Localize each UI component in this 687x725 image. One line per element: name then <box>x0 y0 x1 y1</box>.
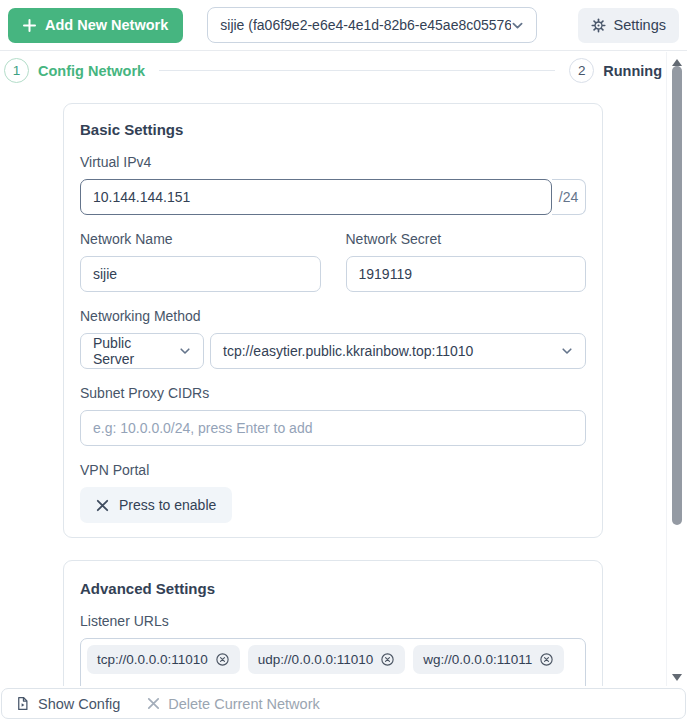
virtual-ipv4-label: Virtual IPv4 <box>80 154 586 170</box>
vpn-portal-button-label: Press to enable <box>119 497 216 513</box>
step-running[interactable]: 2 Running <box>569 58 662 83</box>
network-secret-input[interactable] <box>346 256 587 292</box>
virtual-ipv4-group: /24 <box>80 179 586 215</box>
basic-settings-title: Basic Settings <box>80 121 586 138</box>
listener-urls-label: Listener URLs <box>80 613 586 629</box>
step-config-network[interactable]: 1 Config Network <box>4 58 145 83</box>
wizard-steps: 1 Config Network 2 Running <box>0 51 666 90</box>
public-server-url-select[interactable]: tcp://easytier.public.kkrainbow.top:1101… <box>210 333 586 369</box>
step-number: 2 <box>569 58 594 83</box>
network-name-field: Network Name <box>80 215 321 292</box>
network-name-input[interactable] <box>80 256 321 292</box>
listener-url-chip-label: tcp://0.0.0.0:11010 <box>97 652 208 667</box>
listener-url-chip-label: udp://0.0.0.0:11010 <box>258 652 373 667</box>
basic-settings-card: Basic Settings Virtual IPv4 /24 Network … <box>63 103 603 538</box>
step-connector-line <box>159 70 555 71</box>
plus-icon <box>23 19 36 32</box>
delete-current-network-button[interactable]: Delete Current Network <box>147 696 320 712</box>
delete-current-network-label: Delete Current Network <box>168 696 320 712</box>
x-icon <box>147 697 160 710</box>
step-label: Config Network <box>38 63 145 79</box>
subnet-proxy-input[interactable] <box>80 410 586 446</box>
top-toolbar: Add New Network sijie (fa06f9e2-e6e4-4e1… <box>0 0 687 51</box>
scroll-up-arrow-icon[interactable] <box>672 59 682 66</box>
chevron-down-icon <box>561 345 573 357</box>
networking-method-value: Public Server <box>93 335 171 367</box>
footer-toolbar: Show Config Delete Current Network <box>1 688 686 719</box>
remove-chip-icon[interactable] <box>215 652 230 667</box>
footer-area: Show Config Delete Current Network <box>0 686 687 725</box>
advanced-settings-title: Advanced Settings <box>80 580 215 597</box>
chevron-down-icon <box>511 19 524 32</box>
network-name-label: Network Name <box>80 231 321 247</box>
gear-icon <box>591 18 606 33</box>
main-content: Basic Settings Virtual IPv4 /24 Network … <box>0 90 666 725</box>
x-icon <box>96 499 109 512</box>
collapse-section-button[interactable] <box>582 584 586 592</box>
scroll-down-arrow-icon[interactable] <box>672 674 682 681</box>
network-select[interactable]: sijie (fa06f9e2-e6e4-4e1d-82b6-e45ae8c05… <box>207 7 537 43</box>
add-new-network-label: Add New Network <box>45 17 168 33</box>
network-secret-field: Network Secret <box>346 215 587 292</box>
listener-url-chip: tcp://0.0.0.0:11010 <box>87 645 240 674</box>
networking-method-select[interactable]: Public Server <box>80 333 204 369</box>
listener-url-chip: wg://0.0.0.0:11011 <box>413 645 564 674</box>
show-config-button[interactable]: Show Config <box>15 696 120 712</box>
vpn-portal-enable-button[interactable]: Press to enable <box>80 487 232 523</box>
listener-urls-chip-list: tcp://0.0.0.0:11010 udp://0.0.0.0:11010 … <box>87 645 579 674</box>
public-server-url-value: tcp://easytier.public.kkrainbow.top:1101… <box>223 343 473 359</box>
ipv4-prefix-length-addon: /24 <box>552 179 586 215</box>
networking-method-row: Public Server tcp://easytier.public.kkra… <box>80 333 586 369</box>
file-play-icon <box>15 696 30 711</box>
step-number: 1 <box>4 58 29 83</box>
networking-method-label: Networking Method <box>80 308 586 324</box>
add-new-network-button[interactable]: Add New Network <box>8 8 183 43</box>
remove-chip-icon[interactable] <box>380 652 395 667</box>
chevron-down-icon <box>179 345 191 357</box>
network-select-value: sijie (fa06f9e2-e6e4-4e1d-82b6-e45ae8c05… <box>220 17 511 33</box>
listener-url-chip: udp://0.0.0.0:11010 <box>248 645 405 674</box>
step-label: Running <box>603 63 662 79</box>
virtual-ipv4-input[interactable] <box>80 179 552 215</box>
scrollbar-thumb[interactable] <box>672 66 682 525</box>
network-secret-label: Network Secret <box>346 231 587 247</box>
vertical-scrollbar[interactable] <box>666 52 687 686</box>
remove-chip-icon[interactable] <box>539 652 554 667</box>
settings-label: Settings <box>614 17 666 33</box>
settings-button[interactable]: Settings <box>578 8 679 43</box>
show-config-label: Show Config <box>38 696 120 712</box>
subnet-proxy-label: Subnet Proxy CIDRs <box>80 385 586 401</box>
vpn-portal-label: VPN Portal <box>80 462 586 478</box>
listener-url-chip-label: wg://0.0.0.0:11011 <box>423 652 532 667</box>
